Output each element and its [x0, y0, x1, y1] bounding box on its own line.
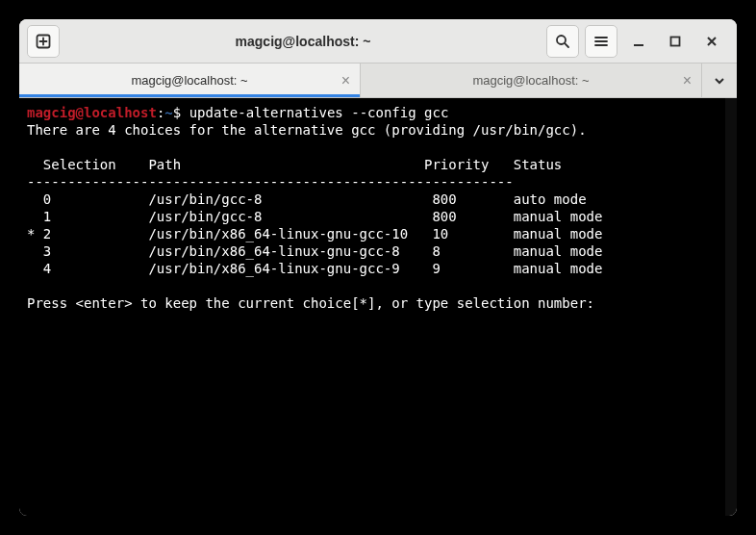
table-row: 3 /usr/bin/x86_64-linux-gnu-gcc-8 8 manu… — [27, 243, 602, 259]
chevron-down-icon — [714, 75, 725, 87]
search-icon — [555, 34, 570, 49]
prompt-host: localhost — [84, 105, 157, 120]
prompt-symbol: $ — [173, 105, 181, 120]
prompt-at: @ — [76, 105, 84, 120]
new-tab-button[interactable] — [27, 25, 60, 58]
prompt-path: ~ — [164, 105, 172, 120]
tab-bar: magcig@localhost: ~ × magcig@localhost: … — [19, 64, 737, 98]
prompt: magcig@localhost:~$ — [27, 105, 181, 120]
prompt-user: magcig — [27, 105, 76, 120]
table-row: 0 /usr/bin/gcc-8 800 auto mode — [27, 191, 587, 207]
table-row: 4 /usr/bin/x86_64-linux-gnu-gcc-9 9 manu… — [27, 261, 602, 276]
minimize-button[interactable] — [629, 32, 648, 51]
tab-1[interactable]: magcig@localhost: ~ × — [19, 64, 361, 97]
output-intro: There are 4 choices for the alternative … — [27, 122, 587, 138]
plus-box-icon — [36, 34, 51, 49]
prompt-line: Press <enter> to keep the current choice… — [27, 295, 594, 311]
close-button[interactable] — [702, 32, 721, 51]
tab-close-button[interactable]: × — [683, 72, 692, 89]
table-row: * 2 /usr/bin/x86_64-linux-gnu-gcc-10 10 … — [27, 226, 602, 242]
window-controls — [623, 32, 729, 51]
menu-button[interactable] — [585, 25, 617, 58]
window-title: magcig@localhost: ~ — [65, 34, 541, 49]
tab-overflow-button[interactable] — [702, 64, 737, 97]
scrollbar[interactable] — [725, 98, 737, 516]
titlebar: magcig@localhost: ~ — [19, 19, 737, 64]
tab-label: magcig@localhost: ~ — [131, 73, 247, 88]
table-separator: ----------------------------------------… — [27, 174, 514, 190]
table-row: 1 /usr/bin/gcc-8 800 manual mode — [27, 209, 602, 224]
maximize-button[interactable] — [666, 32, 685, 51]
hamburger-icon — [593, 34, 609, 49]
command-text: update-alternatives --config gcc — [189, 105, 449, 120]
terminal-viewport[interactable]: magcig@localhost:~$ update-alternatives … — [19, 98, 737, 516]
close-icon — [705, 35, 718, 48]
search-button[interactable] — [546, 25, 579, 58]
svg-rect-2 — [671, 37, 680, 45]
terminal-window: magcig@localhost: ~ — [19, 19, 737, 516]
table-header: Selection Path Priority Status — [27, 157, 562, 172]
tab-label: magcig@localhost: ~ — [472, 73, 589, 88]
minimize-icon — [632, 35, 645, 48]
tab-close-button[interactable]: × — [341, 72, 350, 89]
maximize-icon — [669, 36, 681, 47]
tab-2[interactable]: magcig@localhost: ~ × — [361, 64, 702, 97]
